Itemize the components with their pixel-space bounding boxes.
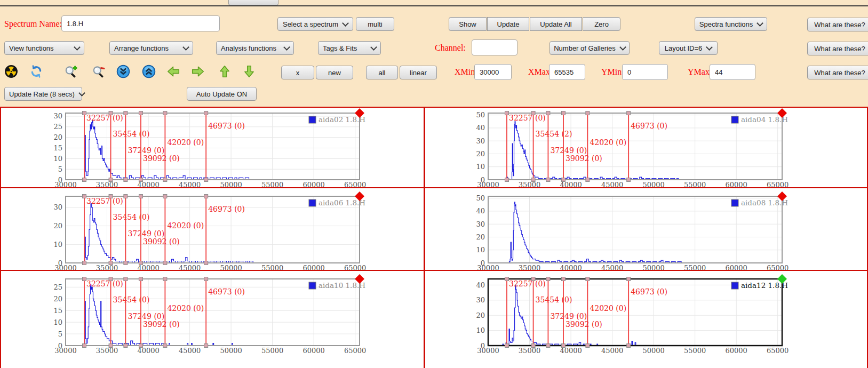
- x-axis-button[interactable]: x: [281, 66, 314, 79]
- marker-handle-bottom[interactable]: [139, 344, 142, 348]
- xmin-input[interactable]: [474, 64, 512, 80]
- marker-handle-bottom[interactable]: [109, 178, 113, 182]
- marker-handle-bottom[interactable]: [139, 261, 142, 265]
- spectrum-panel-aida08[interactable]: 0102030405030000350004000045000500005500…: [425, 188, 867, 270]
- marker-handle-top[interactable]: [109, 277, 113, 281]
- spectrum-panel-aida12[interactable]: 0102030403000035000400004500050000550006…: [425, 271, 867, 368]
- update-rate-dropdown[interactable]: Update Rate (8 secs): [4, 87, 82, 101]
- pan-down-icon[interactable]: [242, 65, 256, 78]
- marker-handle-top[interactable]: [204, 277, 208, 281]
- pan-right-icon[interactable]: [191, 65, 205, 78]
- marker-handle-top[interactable]: [163, 195, 167, 198]
- marker-handle-top[interactable]: [546, 111, 550, 115]
- marker-handle-top[interactable]: [109, 111, 113, 115]
- marker-handle-top[interactable]: [163, 111, 167, 115]
- marker-handle-top[interactable]: [627, 277, 631, 281]
- spectrum-panel-aida06[interactable]: 0102030300003500040000450005000055000600…: [1, 188, 424, 270]
- pan-left-icon[interactable]: [166, 65, 180, 78]
- marker-handle-bottom[interactable]: [124, 261, 128, 265]
- update-button[interactable]: Update: [487, 17, 529, 31]
- pan-up-icon[interactable]: [218, 65, 232, 78]
- ymax-input[interactable]: [710, 64, 755, 80]
- marker-handle-top[interactable]: [546, 277, 550, 281]
- ymin-input[interactable]: [622, 64, 668, 80]
- marker-handle-top[interactable]: [139, 195, 142, 198]
- marker-handle-bottom[interactable]: [124, 344, 128, 348]
- xmax-input[interactable]: [549, 64, 585, 80]
- marker-handle-top[interactable]: [204, 195, 208, 198]
- arrange-functions-dropdown[interactable]: Arrange functions: [109, 41, 193, 55]
- marker-handle-bottom[interactable]: [531, 344, 535, 348]
- marker-handle-top[interactable]: [531, 111, 535, 115]
- marker-handle-top[interactable]: [163, 277, 167, 281]
- marker-handle-top[interactable]: [505, 111, 508, 115]
- zoom-in-icon[interactable]: [64, 65, 78, 78]
- marker-handle-top[interactable]: [139, 111, 142, 115]
- what-are-these-button-2[interactable]: What are these?: [807, 42, 868, 55]
- marker-handle-top[interactable]: [82, 111, 86, 115]
- marker-handle-bottom[interactable]: [109, 344, 113, 348]
- zero-button[interactable]: Zero: [583, 17, 620, 31]
- show-button[interactable]: Show: [449, 17, 487, 31]
- what-are-these-button-1[interactable]: What are these?: [807, 18, 868, 31]
- marker-handle-top[interactable]: [586, 277, 590, 281]
- analysis-functions-dropdown[interactable]: Analysis functions: [216, 41, 294, 55]
- marker-handle-bottom[interactable]: [505, 178, 508, 182]
- radiation-icon[interactable]: [4, 65, 18, 78]
- marker-handle-bottom[interactable]: [546, 178, 550, 182]
- number-of-galleries-dropdown[interactable]: Number of Galleries: [550, 41, 630, 55]
- marker-handle-bottom[interactable]: [109, 261, 113, 265]
- marker-handle-top[interactable]: [124, 111, 128, 115]
- view-functions-dropdown[interactable]: View functions: [4, 41, 84, 55]
- all-button[interactable]: all: [366, 66, 398, 79]
- marker-handle-top[interactable]: [139, 277, 142, 281]
- refresh-icon[interactable]: [29, 65, 43, 78]
- marker-handle-top[interactable]: [627, 111, 631, 115]
- marker-handle-bottom[interactable]: [163, 344, 167, 348]
- scroll-down-icon[interactable]: [116, 65, 130, 78]
- marker-handle-bottom[interactable]: [561, 178, 565, 182]
- layout-id-dropdown[interactable]: Layout ID=6: [659, 41, 718, 55]
- update-all-button[interactable]: Update All: [530, 17, 582, 31]
- marker-handle-bottom[interactable]: [204, 178, 208, 182]
- marker-handle-top[interactable]: [109, 195, 113, 198]
- marker-handle-top[interactable]: [204, 111, 208, 115]
- multi-button[interactable]: multi: [356, 17, 394, 31]
- new-button[interactable]: new: [316, 66, 353, 79]
- marker-handle-top[interactable]: [82, 277, 86, 281]
- marker-handle-bottom[interactable]: [82, 344, 86, 348]
- marker-handle-top[interactable]: [586, 111, 590, 115]
- marker-handle-bottom[interactable]: [561, 344, 565, 348]
- spectrum-panel-aida02[interactable]: 0510152025303000035000400004500050000550…: [1, 108, 424, 187]
- marker-handle-bottom[interactable]: [204, 344, 208, 348]
- marker-handle-bottom[interactable]: [82, 261, 86, 265]
- marker-handle-top[interactable]: [561, 111, 565, 115]
- spectrum-panel-aida04[interactable]: 0102030405030000350004000045000500005500…: [425, 108, 867, 187]
- spectra-functions-dropdown[interactable]: Spectra functions: [695, 17, 767, 31]
- marker-handle-top[interactable]: [561, 277, 565, 281]
- linear-button[interactable]: linear: [400, 66, 437, 79]
- marker-handle-bottom[interactable]: [586, 178, 590, 182]
- marker-handle-bottom[interactable]: [163, 178, 167, 182]
- spectrum-name-input[interactable]: [61, 15, 220, 31]
- channel-input[interactable]: [472, 39, 517, 55]
- tags-fits-dropdown[interactable]: Tags & Fits: [318, 41, 381, 55]
- marker-handle-top[interactable]: [124, 277, 128, 281]
- marker-handle-bottom[interactable]: [531, 178, 535, 182]
- marker-handle-bottom[interactable]: [586, 344, 590, 348]
- marker-handle-bottom[interactable]: [627, 344, 631, 348]
- marker-handle-top[interactable]: [531, 277, 535, 281]
- marker-handle-top[interactable]: [124, 195, 128, 198]
- select-spectrum-dropdown[interactable]: Select a spectrum: [277, 17, 353, 31]
- what-are-these-button-3[interactable]: What are these?: [807, 66, 868, 79]
- auto-update-toggle[interactable]: Auto Update ON: [187, 87, 257, 101]
- marker-handle-bottom[interactable]: [82, 178, 86, 182]
- marker-handle-bottom[interactable]: [204, 261, 208, 265]
- marker-handle-bottom[interactable]: [546, 344, 550, 348]
- top-partial-button[interactable]: [228, 0, 278, 5]
- marker-handle-bottom[interactable]: [163, 261, 167, 265]
- marker-handle-top[interactable]: [82, 195, 86, 198]
- marker-handle-bottom[interactable]: [139, 178, 142, 182]
- marker-handle-bottom[interactable]: [505, 344, 508, 348]
- scroll-up-icon[interactable]: [142, 65, 156, 78]
